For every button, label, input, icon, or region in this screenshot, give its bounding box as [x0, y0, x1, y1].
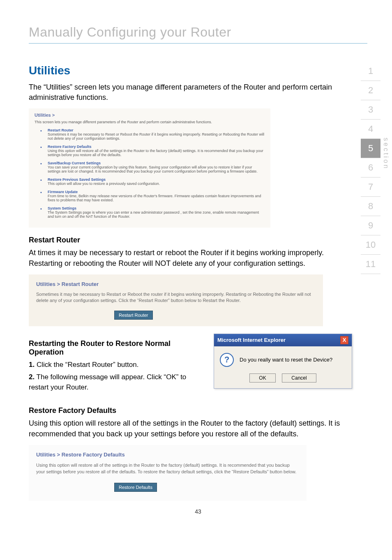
close-icon[interactable]: X [340, 336, 348, 344]
section-nav-item-3[interactable]: 3 [361, 100, 380, 120]
page-title: Manually Configuring your Router [29, 25, 367, 40]
link-firmware-update[interactable]: Firmware Update [48, 190, 78, 194]
restore-normal-heading: Restarting the Router to Restore Normal … [29, 339, 201, 357]
restart-router-screenshot: Utilities > Restart Router Sometimes it … [29, 274, 323, 326]
ok-button[interactable]: OK [249, 373, 275, 383]
page-number: 43 [29, 508, 367, 515]
restore-defaults-screenshot-desc: Using this option will restore all of th… [36, 462, 299, 475]
utilities-screenshot-intro: This screen lets you manage different pa… [35, 120, 265, 124]
confirm-dialog: Microsoft Internet Explorer X ? Do you r… [214, 334, 352, 389]
restart-router-heading: Restart Router [29, 236, 367, 244]
section-nav-item-8[interactable]: 8 [361, 197, 380, 216]
restart-router-screenshot-header: Utilities > Restart Router [36, 281, 316, 287]
restart-router-screenshot-desc: Sometimes it may be necessary to Restart… [36, 291, 316, 304]
list-item-desc: The System Settings page is where you ca… [48, 210, 265, 219]
section-nav-item-5[interactable]: 5 [361, 139, 380, 158]
list-item: Firmware UpdateFrom time to time, Belkin… [44, 190, 265, 202]
step-1-number: 1. [29, 361, 35, 369]
step-2: 2. The following message will appear. Cl… [29, 372, 201, 392]
list-item-desc: This option will allow you to restore a … [48, 182, 265, 186]
section-nav-item-1[interactable]: 1 [361, 62, 380, 81]
link-save-backup-settings[interactable]: Save/Backup Current Settings [48, 161, 101, 165]
dialog-titlebar: Microsoft Internet Explorer X [214, 334, 352, 346]
list-item: Save/Backup Current SettingsYou can save… [44, 161, 265, 173]
utilities-screenshot-header: Utilities > [35, 113, 265, 118]
list-item-desc: Using this option will restore all of th… [48, 149, 265, 157]
list-item: Restore Factory DefaultsUsing this optio… [44, 145, 265, 157]
list-item-desc: You can save your current configuration … [48, 165, 265, 173]
list-item-desc: Sometimes it may be necessary to Reset o… [48, 132, 265, 141]
step-2-text: The following message will appear. Click… [29, 373, 186, 391]
link-restore-previous-settings[interactable]: Restore Previous Saved Settings [48, 177, 106, 182]
section-nav-item-11[interactable]: 11 [361, 255, 380, 274]
question-icon: ? [220, 353, 234, 367]
restore-defaults-heading: Restore Factory Defaults [29, 406, 367, 415]
restore-defaults-body: Using this option will restore all of th… [29, 418, 341, 439]
restore-defaults-screenshot: Utilities > Restore Factory Defaults Usi… [29, 445, 307, 501]
section-nav-item-9[interactable]: 9 [361, 216, 380, 235]
step-1: 1. Click the “Restart Router” button. [29, 360, 201, 370]
list-item: System SettingsThe System Settings page … [44, 206, 265, 219]
dialog-title: Microsoft Internet Explorer [217, 337, 286, 343]
cancel-button[interactable]: Cancel [282, 373, 316, 383]
link-restore-factory-defaults[interactable]: Restore Factory Defaults [48, 145, 92, 149]
link-restart-router[interactable]: Restart Router [48, 128, 74, 132]
section-nav-item-2[interactable]: 2 [361, 81, 380, 100]
utilities-screenshot: Utilities > This screen lets you manage … [29, 108, 270, 228]
utilities-heading: Utilities [29, 64, 367, 77]
restart-router-button[interactable]: Restart Router [114, 311, 153, 320]
restore-normal-heading-line1: Restarting the Router to Restore Normal … [29, 339, 171, 356]
step-2-number: 2. [29, 373, 35, 381]
restart-router-body: At times it may be necessary to restart … [29, 248, 341, 268]
section-nav-item-4[interactable]: 4 [361, 120, 380, 139]
section-nav-item-7[interactable]: 7 [361, 177, 380, 197]
section-label: section [382, 138, 390, 170]
title-rule [29, 43, 367, 44]
list-item: Restart RouterSometimes it may be necess… [44, 128, 265, 141]
section-nav-item-10[interactable]: 10 [361, 235, 380, 255]
list-item: Restore Previous Saved SettingsThis opti… [44, 177, 265, 186]
section-nav: 1 2 3 4 5 6 7 8 9 10 11 section [361, 62, 380, 274]
section-nav-item-6[interactable]: 6 [361, 158, 380, 177]
step-1-text: Click the “Restart Router” button. [35, 361, 138, 369]
list-item-desc: From time to time, Belkin may release ne… [48, 194, 265, 202]
restore-defaults-screenshot-header: Utilities > Restore Factory Defaults [36, 452, 299, 458]
utilities-intro: The “Utilities” screen lets you manage d… [29, 82, 341, 103]
link-system-settings[interactable]: System Settings [48, 206, 76, 210]
dialog-message: Do you really want to reset the Device? [240, 357, 332, 363]
restore-defaults-button[interactable]: Restore Defaults [114, 483, 157, 492]
